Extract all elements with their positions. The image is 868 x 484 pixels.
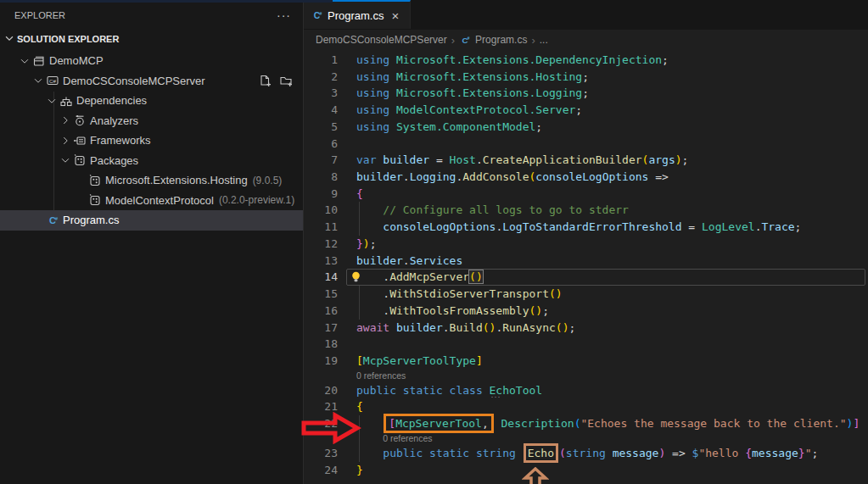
line-number: 17 xyxy=(304,320,338,337)
line-number: 2 xyxy=(304,69,338,86)
line-number: 12 xyxy=(304,236,338,253)
package-icon xyxy=(73,153,90,167)
code-text: { xyxy=(356,398,363,415)
package-icon xyxy=(88,193,105,207)
chevron-down-icon[interactable] xyxy=(3,32,15,46)
codelens-label[interactable]: 0 references xyxy=(356,370,406,382)
line-number: 1 xyxy=(304,52,338,69)
tree-item-packages[interactable]: Packages xyxy=(0,151,303,171)
breadcrumb-more[interactable]: ... xyxy=(540,34,548,46)
line-number: 23 xyxy=(304,445,338,462)
svg-text:C#: C# xyxy=(49,78,56,84)
tree-item-label: Microsoft.Extensions.Hosting xyxy=(105,174,248,186)
code-text: [McpServerTool, Description("Echoes the … xyxy=(356,415,860,432)
tree-item-modelcontextprotocol[interactable]: ModelContextProtocol(0.2.0-preview.1) xyxy=(0,191,303,211)
code-text: using Microsoft.Extensions.Hosting; xyxy=(356,69,589,86)
new-file-icon[interactable] xyxy=(258,74,272,87)
code-line-22[interactable]: 22 [McpServerTool, Description("Echoes t… xyxy=(304,415,868,432)
codelens-references[interactable]: 0 references xyxy=(304,370,868,382)
line-number: 8 xyxy=(304,169,338,186)
codelens-references[interactable]: 0 references xyxy=(304,432,868,445)
chevron-right-icon[interactable] xyxy=(58,114,73,126)
code-line-14[interactable]: 14 .AddMcpServer() xyxy=(304,269,868,286)
tree-item-demomcp[interactable]: DemoMCP xyxy=(0,51,303,71)
row-actions xyxy=(258,74,293,87)
explorer-title: EXPLORER xyxy=(14,10,65,20)
code-line-18[interactable]: 18 xyxy=(304,336,868,353)
csharp-file-icon: C# xyxy=(459,34,471,46)
breadcrumb-project[interactable]: DemoCSConsoleMCPServer xyxy=(316,34,447,46)
breadcrumb-separator: › xyxy=(531,34,535,47)
code-text: builder.Services xyxy=(356,253,462,270)
code-line-5[interactable]: 5using System.ComponentModel; xyxy=(304,119,868,136)
code-text: var builder = Host.CreateApplicationBuil… xyxy=(356,152,688,169)
code-line-20[interactable]: 20public static class EchoTool··· xyxy=(304,382,868,399)
code-line-1[interactable]: 1using Microsoft.Extensions.DependencyIn… xyxy=(304,52,868,69)
tree-item-label: Packages xyxy=(90,154,138,167)
breadcrumb: DemoCSConsoleMCPServer › C# Program.cs ›… xyxy=(304,30,868,50)
code-text: public static class EchoTool··· xyxy=(356,382,542,399)
tree-item-label: ModelContextProtocol xyxy=(105,194,214,207)
tree-item-democsconsolemcpserver[interactable]: C#DemoCSConsoleMCPServer xyxy=(0,71,303,92)
titlebar-strip xyxy=(0,0,333,3)
tab-program-cs[interactable]: C# Program.cs × xyxy=(304,0,411,29)
breadcrumb-separator: › xyxy=(451,34,455,47)
code-line-3[interactable]: 3using Microsoft.Extensions.Logging; xyxy=(304,85,868,102)
code-line-16[interactable]: 16 .WithToolsFromAssembly(); xyxy=(304,303,868,320)
section-solution-explorer[interactable]: SOLUTION EXPLORER xyxy=(0,30,303,48)
tree-item-label: Analyzers xyxy=(90,114,138,127)
tab-label: Program.cs xyxy=(328,9,384,22)
line-number: 7 xyxy=(304,152,338,169)
section-label: SOLUTION EXPLORER xyxy=(17,34,119,44)
code-line-17[interactable]: 17await builder.Build().RunAsync(); xyxy=(304,320,868,337)
code-text: using Microsoft.Extensions.Logging; xyxy=(356,85,589,102)
code-text: consoleLogOptions.LogToStandardErrorThre… xyxy=(356,219,801,236)
breadcrumb-file[interactable]: Program.cs xyxy=(475,34,527,46)
close-icon[interactable]: × xyxy=(391,9,399,22)
tab-bar: C# Program.cs × xyxy=(304,0,868,30)
new-folder-icon[interactable] xyxy=(279,74,293,87)
line-number: 9 xyxy=(304,186,338,203)
tree-item-label: Dependencies xyxy=(76,94,147,107)
code-text: await builder.Build().RunAsync(); xyxy=(356,320,575,337)
chevron-down-icon[interactable] xyxy=(31,75,46,86)
code-text: .WithToolsFromAssembly(); xyxy=(356,303,549,320)
code-line-8[interactable]: 8builder.Logging.AddConsole(consoleLogOp… xyxy=(304,169,868,186)
code-line-6[interactable]: 6 xyxy=(304,136,868,153)
codelens-label[interactable]: 0 references xyxy=(383,432,432,445)
chevron-right-icon[interactable] xyxy=(58,135,73,147)
chevron-down-icon[interactable] xyxy=(58,154,73,166)
tree-item-frameworks[interactable]: Frameworks xyxy=(0,131,303,151)
csharp-file-icon: C# xyxy=(311,9,323,22)
code-line-23[interactable]: 23 public static string Echo(string mess… xyxy=(304,445,868,462)
tree-item-microsoft-extensions-hosting[interactable]: Microsoft.Extensions.Hosting(9.0.5) xyxy=(0,170,303,191)
code-line-2[interactable]: 2using Microsoft.Extensions.Hosting; xyxy=(304,69,868,86)
tree-item-label: Frameworks xyxy=(90,134,151,147)
code-line-24[interactable]: 24} xyxy=(304,462,868,479)
sidebar-solution-explorer: EXPLORER ··· SOLUTION EXPLORER DemoMCPC#… xyxy=(0,0,304,484)
code-text: using Microsoft.Extensions.DependencyInj… xyxy=(356,52,669,69)
chevron-down-icon[interactable] xyxy=(44,95,59,107)
code-area[interactable]: 1using Microsoft.Extensions.DependencyIn… xyxy=(304,50,868,484)
tree-item-analyzers[interactable]: Analyzers xyxy=(0,111,303,131)
code-line-13[interactable]: 13builder.Services xyxy=(304,253,868,270)
package-icon xyxy=(88,174,105,187)
tree-item-program-cs[interactable]: C#Program.cs xyxy=(0,210,303,231)
chevron-down-icon[interactable] xyxy=(17,55,32,67)
line-number: 16 xyxy=(304,303,338,320)
dependencies-icon xyxy=(59,94,76,108)
more-actions-icon[interactable]: ··· xyxy=(277,8,291,22)
code-line-7[interactable]: 7var builder = Host.CreateApplicationBui… xyxy=(304,152,868,169)
svg-text:#: # xyxy=(468,36,470,41)
line-number: 21 xyxy=(304,398,338,415)
code-line-4[interactable]: 4using ModelContextProtocol.Server; xyxy=(304,102,868,119)
code-line-11[interactable]: 11 consoleLogOptions.LogToStandardErrorT… xyxy=(304,219,868,236)
code-line-9[interactable]: 9{ xyxy=(304,186,868,203)
frameworks-icon xyxy=(73,134,90,147)
code-line-15[interactable]: 15 .WithStdioServerTransport() xyxy=(304,286,868,303)
code-line-19[interactable]: 19[McpServerToolType] xyxy=(304,353,868,370)
code-line-10[interactable]: 10 // Configure all logs to go to stderr xyxy=(304,202,868,219)
tree-item-dependencies[interactable]: Dependencies xyxy=(0,91,303,111)
line-number: 20 xyxy=(304,382,338,399)
code-line-12[interactable]: 12}); xyxy=(304,236,868,253)
